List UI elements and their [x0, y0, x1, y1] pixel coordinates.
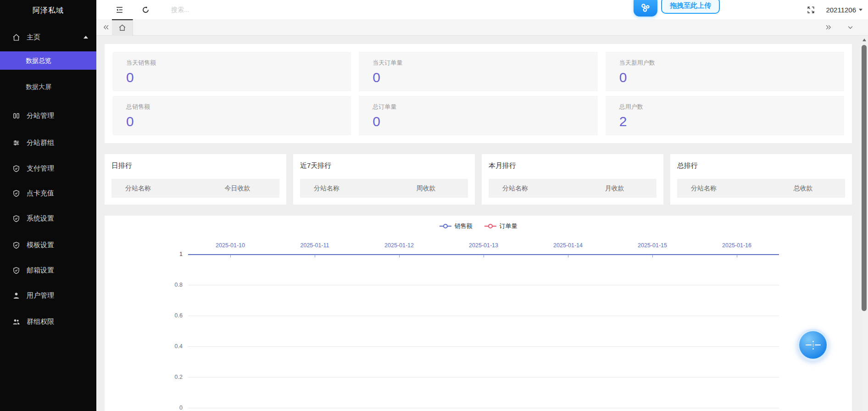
ranking-table-header: 分站名称 周收款	[300, 179, 468, 198]
collapse-menu-icon[interactable]	[114, 5, 124, 15]
app-title: 阿泽私域	[0, 0, 96, 21]
stat-card-today-sales: 当天销售额 0	[112, 52, 351, 91]
ranking-table-header: 分站名称 今日收款	[111, 179, 279, 198]
ranking-panel-month: 本月排行 分站名称 月收款	[482, 154, 663, 205]
sidebar-item-label: 群组权限	[27, 317, 88, 326]
x-axis-tick	[652, 255, 653, 257]
sidebar-item-substation-group[interactable]: 分站群组	[0, 133, 96, 153]
column-header: 分站名称	[111, 184, 195, 193]
scrollbar-thumb[interactable]	[862, 45, 867, 311]
stats-panel: 当天销售额 0 当天订单量 0 当天新用户数 0 总销售额 0 总订单量 0 总…	[105, 44, 852, 143]
stat-card-total-users: 总用户数 2	[606, 96, 844, 135]
sidebar-item-label: 主页	[27, 33, 83, 42]
shield-check-icon	[12, 189, 20, 197]
sidebar-item-label: 用户管理	[27, 291, 88, 300]
gridline	[188, 346, 779, 347]
tab-home[interactable]	[112, 19, 133, 36]
sidebar-item-user-manage[interactable]: 用户管理	[0, 285, 96, 305]
ranking-table-header: 分站名称 月收款	[489, 179, 657, 198]
sidebar-item-label: 分站管理	[27, 111, 88, 120]
sidebar-item-substation-manage[interactable]: 分站管理	[0, 106, 96, 126]
gridline	[188, 377, 779, 378]
column-header: 分站名称	[300, 184, 384, 193]
date-select[interactable]: 20211206	[826, 6, 862, 14]
sidebar-item-group-permission[interactable]: 群组权限	[0, 311, 96, 332]
users-icon	[12, 318, 20, 326]
x-tick-label: 2025-01-12	[384, 242, 414, 249]
x-axis-tick	[568, 255, 568, 257]
ball-dot	[812, 348, 814, 350]
y-tick-label: 1	[150, 251, 183, 257]
fullscreen-icon[interactable]	[806, 5, 816, 15]
x-axis-tick	[315, 255, 315, 257]
sidebar-item-system-settings[interactable]: 系统设置	[0, 208, 96, 228]
x-tick-label: 2025-01-14	[553, 242, 583, 249]
ranking-panel-daily: 日排行 分站名称 今日收款	[105, 154, 286, 205]
legend-item-sales[interactable]: 销售额	[440, 222, 473, 230]
sidebar-item-label: 分站群组	[27, 139, 88, 147]
x-tick-label: 2025-01-15	[638, 242, 667, 249]
refresh-icon[interactable]	[140, 5, 150, 15]
search-input[interactable]	[171, 6, 290, 13]
ranking-title: 本月排行	[489, 161, 657, 170]
ranking-row: 日排行 分站名称 今日收款 近7天排行 分站名称 周收款 本月排行 分站名称 月…	[105, 154, 852, 205]
gridline	[188, 408, 779, 408]
sidebar-item-data-screen[interactable]: 数据大屏	[0, 78, 96, 96]
caret-down-icon	[859, 9, 862, 11]
sidebar-item-label: 邮箱设置	[27, 266, 88, 275]
x-axis-tick	[230, 255, 231, 257]
sidebar-item-label: 系统设置	[27, 214, 88, 223]
x-axis-tick	[484, 255, 484, 257]
ranking-panel-7days: 近7天排行 分站名称 周收款	[293, 154, 475, 205]
column-header: 周收款	[384, 184, 468, 193]
network-monitor-ball[interactable]	[797, 329, 829, 361]
legend-item-orders[interactable]: 订单量	[484, 222, 517, 230]
x-tick-label: 2025-01-13	[469, 242, 498, 249]
scroll-up-arrow-icon[interactable]	[860, 36, 868, 44]
y-tick-label: 0.4	[150, 343, 183, 350]
x-axis-tick	[737, 255, 737, 257]
tabs-menu-icon[interactable]	[844, 24, 856, 31]
caret-up-icon	[83, 36, 88, 39]
column-header: 今日收款	[195, 184, 279, 193]
sidebar-item-label: 支付管理	[27, 164, 88, 173]
upload-nodes-icon[interactable]	[634, 0, 657, 17]
tabs-scroll-left-icon[interactable]	[100, 24, 112, 31]
stat-card-today-new-users: 当天新用户数 0	[606, 52, 844, 91]
y-tick-label: 0.2	[150, 374, 183, 380]
line-circle-marker-icon	[484, 224, 496, 228]
stat-card-total-sales: 总销售额 0	[112, 96, 351, 135]
tabs-scroll-right-icon[interactable]	[822, 24, 834, 31]
gridline	[188, 285, 779, 285]
sidebar-item-data-overview[interactable]: 数据总览	[0, 51, 96, 70]
stat-label: 总销售额	[126, 103, 351, 111]
ranking-title: 总排行	[677, 161, 845, 170]
column-header: 总收款	[761, 184, 845, 193]
sliders-icon	[12, 139, 20, 147]
ranking-table-header: 分站名称 总收款	[677, 179, 845, 198]
stat-value: 2	[619, 114, 844, 129]
y-tick-label: 0	[150, 405, 183, 411]
sidebar-item-mail-settings[interactable]: 邮箱设置	[0, 260, 96, 280]
column-header: 分站名称	[489, 184, 573, 193]
shield-check-icon	[12, 215, 20, 222]
stat-value: 0	[126, 114, 351, 129]
legend-label: 订单量	[500, 222, 517, 230]
stat-label: 总用户数	[619, 103, 844, 111]
date-select-value: 20211206	[826, 6, 856, 14]
sales-orders-chart: 销售额 订单量 2025-01-10 2025-01-11 2025-01-12…	[105, 216, 852, 411]
stat-label: 总订单量	[373, 103, 597, 111]
stat-label: 当天订单量	[373, 59, 597, 67]
y-tick-label: 0.8	[150, 282, 183, 288]
sidebar-item-card-recharge[interactable]: 点卡充值	[0, 183, 96, 203]
sidebar-item-template-settings[interactable]: 模板设置	[0, 235, 96, 255]
sidebar-item-home[interactable]: 主页	[0, 27, 96, 47]
vertical-scrollbar	[860, 36, 868, 411]
drag-upload-button[interactable]: 拖拽至此上传	[661, 0, 720, 14]
stat-value: 0	[373, 70, 597, 85]
x-tick-label: 2025-01-16	[722, 242, 751, 249]
tab-bar	[96, 19, 868, 36]
ranking-title: 日排行	[111, 161, 279, 170]
columns-icon	[12, 112, 20, 120]
sidebar-item-payment-manage[interactable]: 支付管理	[0, 158, 96, 178]
